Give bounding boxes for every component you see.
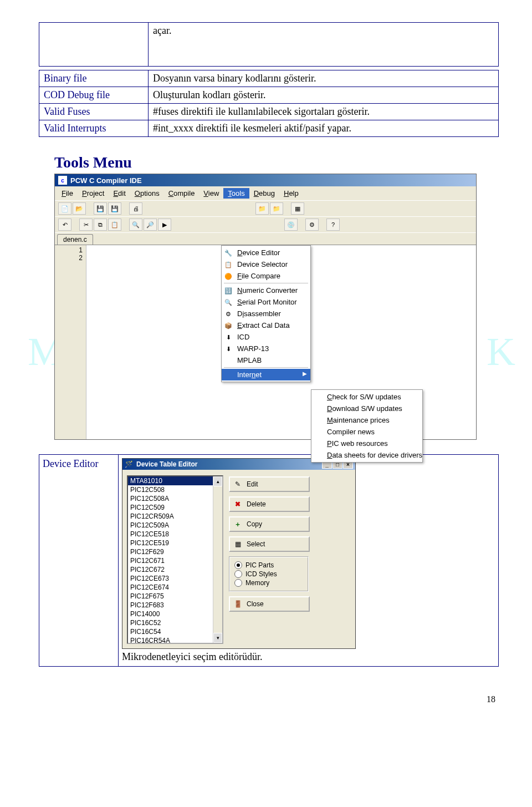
menu-serial-port[interactable]: 🔍Serial Port Monitor <box>222 296 310 308</box>
help-icon[interactable]: ? <box>326 219 340 231</box>
menu-file-compare[interactable]: 🟠File Compare <box>222 270 310 282</box>
menu-device-editor[interactable]: 🔧Device Editor <box>222 247 310 258</box>
editor-tabs: denen.c <box>55 232 476 245</box>
list-item[interactable]: PIC16CR54A <box>128 636 222 644</box>
editor-area: 1 2 🔧Device Editor 📋Device Selector 🟠Fil… <box>55 245 476 439</box>
list-item[interactable]: MTA81010 <box>128 476 222 485</box>
scrollbar[interactable]: ▴ ▾ <box>213 476 222 643</box>
ide-screenshot: c PCW C Compiler IDE File Project Edit O… <box>54 174 477 440</box>
list-item[interactable]: PIC16C54 <box>128 627 222 636</box>
numeric-icon: 🔢 <box>224 286 233 295</box>
submenu-download-updates[interactable]: Download S/W updates <box>311 403 422 414</box>
list-item[interactable]: PIC16C52 <box>128 618 222 627</box>
delete-label: Delete <box>247 500 266 508</box>
download-icon: ⬇ <box>224 344 233 353</box>
compare-icon: 🟠 <box>224 272 233 281</box>
open-file-icon[interactable]: 📂 <box>73 202 86 215</box>
copy-button[interactable]: ＋Copy <box>229 516 310 532</box>
chip-icon[interactable]: ▦ <box>291 202 304 215</box>
row-cod-label: COD Debug file <box>39 87 149 104</box>
tab-denen[interactable]: denen.c <box>57 234 93 245</box>
device-editor-label: Device Editor <box>39 455 119 667</box>
edit-icon: ✎ <box>233 480 242 489</box>
list-item[interactable]: PIC12C672 <box>128 565 222 574</box>
submenu-check-updates[interactable]: Check for S/W updates <box>311 391 422 403</box>
ide-titlebar: c PCW C Compiler IDE <box>55 174 476 186</box>
paste-icon[interactable]: 📋 <box>108 219 121 231</box>
menu-disassembler[interactable]: ⚙Disassembler <box>222 308 310 319</box>
menu-internet[interactable]: Internet▶ <box>222 369 310 380</box>
scroll-up-icon[interactable]: ▴ <box>213 476 222 486</box>
copy-icon[interactable]: ⧉ <box>94 219 107 231</box>
close-dialog-button[interactable]: 🚪Close <box>229 596 310 612</box>
radio-memory[interactable]: Memory <box>234 578 303 587</box>
submenu-datasheets[interactable]: Data sheets for device drivers <box>311 449 422 461</box>
scroll-down-icon[interactable]: ▾ <box>213 633 222 643</box>
tools-menu-heading: Tools Menu <box>54 154 499 171</box>
find-icon[interactable]: 🔍 <box>129 219 142 231</box>
row-interrupts-label: Valid Interrupts <box>39 120 149 137</box>
print-icon[interactable]: 🖨 <box>129 202 142 215</box>
list-item[interactable]: PIC12C508 <box>128 485 222 494</box>
line-gutter: 1 2 <box>55 245 86 439</box>
list-item[interactable]: PIC12C508A <box>128 494 222 503</box>
menu-file[interactable]: File <box>57 188 78 199</box>
internet-submenu: Check for S/W updates Download S/W updat… <box>311 389 423 463</box>
device-listbox[interactable]: MTA81010PIC12C508PIC12C508APIC12C509PIC1… <box>127 475 223 644</box>
find-next-icon[interactable]: 🔎 <box>144 219 157 231</box>
radio-icd-styles[interactable]: ICD Styles <box>234 570 303 578</box>
row-cod-desc: Oluşturulan kodları gösterir. <box>149 87 499 104</box>
new-file-icon[interactable]: 📄 <box>58 202 71 215</box>
wrench-icon: 🔧 <box>224 248 233 257</box>
step-icon[interactable]: ▶ <box>158 219 171 231</box>
menu-view[interactable]: View <box>199 188 223 199</box>
menu-tools[interactable]: Tools <box>223 188 249 199</box>
list-item[interactable]: PIC12CE518 <box>128 530 222 539</box>
menu-mplab[interactable]: MPLAB <box>222 354 310 366</box>
list-item[interactable]: PIC12C509A <box>128 521 222 530</box>
list-item[interactable]: PIC12CR509A <box>128 512 222 521</box>
edit-button[interactable]: ✎Edit <box>229 476 310 492</box>
radio-icon <box>234 561 242 569</box>
tools-dropdown: 🔧Device Editor 📋Device Selector 🟠File Co… <box>221 245 311 382</box>
menu-debug[interactable]: Debug <box>249 188 279 199</box>
list-item[interactable]: PIC12CE673 <box>128 574 222 583</box>
save-icon[interactable]: 💾 <box>94 202 107 215</box>
list-item[interactable]: PIC12C671 <box>128 556 222 565</box>
door-icon: 🚪 <box>233 600 242 608</box>
save-all-icon[interactable]: 💾 <box>108 202 121 215</box>
gear-icon[interactable]: ⚙ <box>305 219 319 231</box>
ide-toolbar-1: 📄 📂 💾 💾 🖨 📁 📁 ▦ <box>55 200 476 216</box>
select-button[interactable]: ▦Select <box>229 536 310 552</box>
close-label: Close <box>247 600 264 608</box>
disc-icon[interactable]: 💿 <box>284 219 298 231</box>
menu-icd[interactable]: ⬇ICD <box>222 331 310 343</box>
submenu-compiler-news[interactable]: Compiler news <box>311 426 422 438</box>
dte-title: Device Table Editor <box>136 460 197 468</box>
menu-edit[interactable]: Edit <box>109 188 130 199</box>
submenu-maintenance[interactable]: Maintenance prices <box>311 414 422 426</box>
folder-green-icon[interactable]: 📁 <box>270 202 283 215</box>
menu-numeric-converter[interactable]: 🔢Numeric Converter <box>222 285 310 296</box>
magnifier-icon: 🔍 <box>224 298 233 307</box>
list-item[interactable]: PIC12CE519 <box>128 539 222 547</box>
menu-options[interactable]: Options <box>130 188 164 199</box>
list-item[interactable]: PIC12CE674 <box>128 583 222 592</box>
menu-project[interactable]: Project <box>78 188 109 199</box>
menu-help[interactable]: Help <box>279 188 303 199</box>
cut-icon[interactable]: ✂ <box>79 219 93 231</box>
folder-yellow-icon[interactable]: 📁 <box>255 202 269 215</box>
list-item[interactable]: PIC12F683 <box>128 601 222 610</box>
menu-device-selector[interactable]: 📋Device Selector <box>222 258 310 270</box>
list-item[interactable]: PIC14000 <box>128 610 222 618</box>
list-item[interactable]: PIC12C509 <box>128 503 222 512</box>
list-item[interactable]: PIC12F629 <box>128 547 222 556</box>
delete-button[interactable]: ✖Delete <box>229 496 310 512</box>
undo-icon[interactable]: ↶ <box>58 219 71 231</box>
menu-extract-cal[interactable]: 📦Extract Cal Data <box>222 319 310 331</box>
list-item[interactable]: PIC12F675 <box>128 592 222 601</box>
radio-pic-parts[interactable]: PIC Parts <box>234 561 303 570</box>
menu-compile[interactable]: Compile <box>164 188 200 199</box>
menu-warp13[interactable]: ⬇WARP-13 <box>222 343 310 354</box>
submenu-pic-web[interactable]: PIC web resources <box>311 438 422 449</box>
